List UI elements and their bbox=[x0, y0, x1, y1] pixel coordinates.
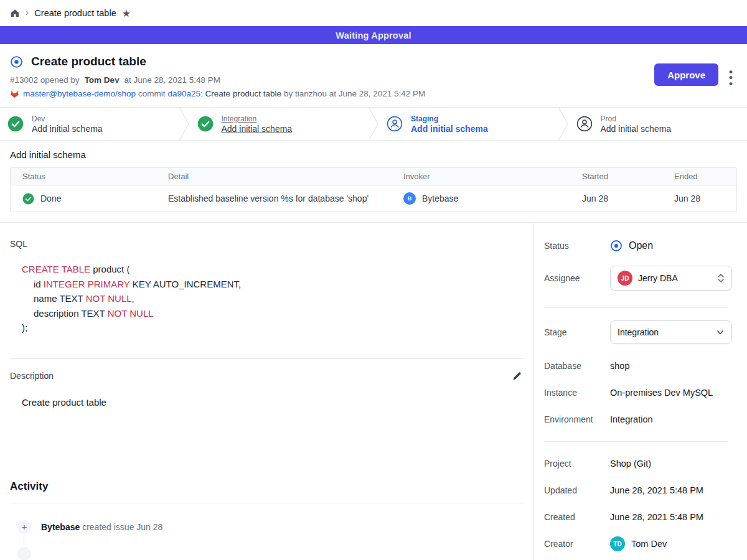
creator-value: Tom Dev bbox=[631, 539, 667, 549]
issue-opened-time: at June 28, 2021 5:48 PM bbox=[124, 75, 220, 85]
task-ended: Jun 28 bbox=[662, 194, 736, 203]
stage-done-check-icon bbox=[197, 116, 214, 132]
commit-message: : Create product table bbox=[200, 89, 281, 98]
approval-banner-text: Waiting Approval bbox=[336, 30, 411, 40]
open-status-icon bbox=[10, 55, 23, 68]
stage-task-label: Add initial schema bbox=[32, 124, 103, 134]
stage-value: Integration bbox=[618, 327, 659, 337]
sidebar-creator-row: Creator TD Tom Dev bbox=[544, 536, 732, 551]
page-title: Create product table bbox=[31, 55, 146, 68]
commit-hash-link[interactable]: da90a25 bbox=[168, 89, 201, 98]
task-section-title: Add initial schema bbox=[10, 149, 737, 160]
commit-word: commit bbox=[138, 89, 166, 98]
task-table: StatusDetailInvokerStartedEnded DoneEsta… bbox=[10, 167, 737, 212]
description-divider bbox=[10, 358, 524, 359]
sidebar-field-project: ProjectShop (Git) bbox=[544, 459, 732, 469]
breadcrumb-chevron-icon: › bbox=[26, 7, 29, 17]
field-value: Shop (Git) bbox=[610, 459, 732, 469]
pipeline-stage-bar: DevAdd initial schemaIntegrationAdd init… bbox=[0, 107, 747, 141]
pipeline-stage-dev[interactable]: DevAdd initial schema bbox=[0, 108, 179, 140]
sql-line: name TEXT NOT NULL, bbox=[22, 291, 524, 306]
sidebar-field-instance: InstanceOn-premises Dev MySQL bbox=[544, 388, 732, 398]
field-value: June 28, 2021 5:48 PM bbox=[610, 485, 732, 495]
commit-info: master@bytebase-demo/shop commit da90a25… bbox=[10, 89, 737, 98]
branch-link[interactable]: master@bytebase-demo/shop bbox=[23, 89, 136, 98]
field-value: On-premises Dev MySQL bbox=[610, 388, 732, 398]
invoker-avatar: B bbox=[403, 192, 416, 205]
field-value: shop bbox=[610, 361, 732, 371]
sidebar-status-row: Status Open bbox=[544, 240, 732, 252]
sql-label: SQL bbox=[10, 239, 524, 249]
stage-env-label: Dev bbox=[32, 114, 103, 123]
description-label: Description bbox=[10, 371, 54, 381]
issue-sidebar: Status Open Assignee JD Jerry DBA bbox=[534, 223, 747, 560]
favorite-star-icon[interactable]: ★ bbox=[122, 7, 131, 19]
stage-separator-chevron bbox=[558, 108, 569, 140]
issue-author: Tom Dev bbox=[85, 75, 120, 85]
up-down-chevron-icon bbox=[717, 273, 725, 283]
stage-separator-chevron bbox=[179, 108, 190, 140]
stage-select[interactable]: Integration bbox=[610, 320, 732, 344]
status-label: Status bbox=[544, 241, 610, 251]
field-label: Instance bbox=[544, 388, 610, 398]
gitlab-icon bbox=[10, 90, 19, 98]
breadcrumb-page: Create product table bbox=[34, 8, 116, 18]
commit-author-time: by tianzhou at June 28, 2021 5:42 PM bbox=[284, 89, 425, 98]
stage-env-label: Prod bbox=[601, 114, 672, 123]
sidebar-divider bbox=[544, 307, 727, 308]
activity-divider bbox=[10, 503, 524, 503]
stage-env-label: Staging bbox=[411, 114, 488, 123]
approve-button[interactable]: Approve bbox=[654, 63, 718, 86]
stage-label: Stage bbox=[544, 327, 610, 337]
issue-header: Create product table #13002 opened by To… bbox=[0, 44, 747, 107]
pipeline-stage-integration[interactable]: IntegrationAdd initial schema bbox=[190, 108, 369, 140]
field-label: Project bbox=[544, 459, 610, 469]
stage-separator-chevron bbox=[368, 108, 379, 140]
task-section: Add initial schema StatusDetailInvokerSt… bbox=[0, 141, 747, 222]
pipeline-stage-staging[interactable]: StagingAdd initial schema bbox=[379, 108, 558, 140]
sidebar-field-created: CreatedJune 28, 2021 5:48 PM bbox=[544, 512, 732, 522]
task-row[interactable]: DoneEstablished baseline version %s for … bbox=[11, 185, 736, 212]
stage-task-label: Add initial schema bbox=[601, 124, 672, 134]
stage-pending-person-icon bbox=[387, 116, 403, 132]
bytebase-app: › Create product table ★ Waiting Approva… bbox=[0, 0, 747, 560]
sql-code-block: CREATE TABLE product (id INTEGER PRIMARY… bbox=[22, 262, 524, 335]
sql-line: CREATE TABLE product ( bbox=[22, 262, 524, 277]
main-panel: SQL CREATE TABLE product (id INTEGER PRI… bbox=[0, 223, 534, 560]
creator-avatar: TD bbox=[610, 536, 625, 551]
stage-env-label: Integration bbox=[222, 114, 293, 123]
sql-line: ); bbox=[22, 320, 524, 335]
assignee-avatar: JD bbox=[618, 271, 632, 286]
creator-label: Creator bbox=[544, 539, 610, 549]
pipeline-stage-prod[interactable]: ProdAdd initial schema bbox=[569, 108, 747, 140]
field-label: Environment bbox=[544, 414, 610, 424]
sidebar-field-updated: UpdatedJune 28, 2021 5:48 PM bbox=[544, 485, 732, 495]
column-header-status: Status bbox=[11, 172, 156, 181]
assignee-value: Jerry DBA bbox=[638, 273, 678, 283]
field-label: Database bbox=[544, 361, 610, 371]
assignee-select[interactable]: JD Jerry DBA bbox=[610, 266, 732, 291]
status-value: Open bbox=[629, 240, 653, 251]
sql-line: description TEXT NOT NULL bbox=[22, 306, 524, 321]
sidebar-field-database: Databaseshop bbox=[544, 361, 732, 371]
stage-done-check-icon bbox=[7, 116, 24, 132]
activity-actor: Bytebase bbox=[41, 522, 80, 532]
activity-item: +Bytebase created issue Jun 28 bbox=[10, 520, 524, 534]
more-options-icon[interactable]: ••• bbox=[727, 69, 735, 86]
task-invoker: Bytebase bbox=[422, 194, 458, 203]
timeline-next-dot bbox=[17, 547, 31, 560]
chevron-down-icon bbox=[716, 328, 725, 337]
home-icon[interactable] bbox=[10, 8, 20, 18]
sidebar-divider bbox=[544, 441, 727, 442]
issue-id: #13002 opened by bbox=[10, 75, 80, 85]
task-detail: Established baseline version %s for data… bbox=[156, 194, 392, 203]
field-label: Updated bbox=[544, 485, 610, 495]
edit-description-icon[interactable] bbox=[510, 370, 524, 383]
stage-task-label: Add initial schema bbox=[222, 124, 293, 134]
issue-meta: #13002 opened by Tom Dev at June 28, 202… bbox=[10, 75, 737, 85]
approval-banner: Waiting Approval bbox=[0, 26, 747, 44]
activity-title: Activity bbox=[10, 480, 524, 493]
column-header-started: Started bbox=[570, 172, 662, 181]
stage-pending-person-icon bbox=[576, 116, 593, 132]
task-table-header: StatusDetailInvokerStartedEnded bbox=[11, 168, 736, 185]
